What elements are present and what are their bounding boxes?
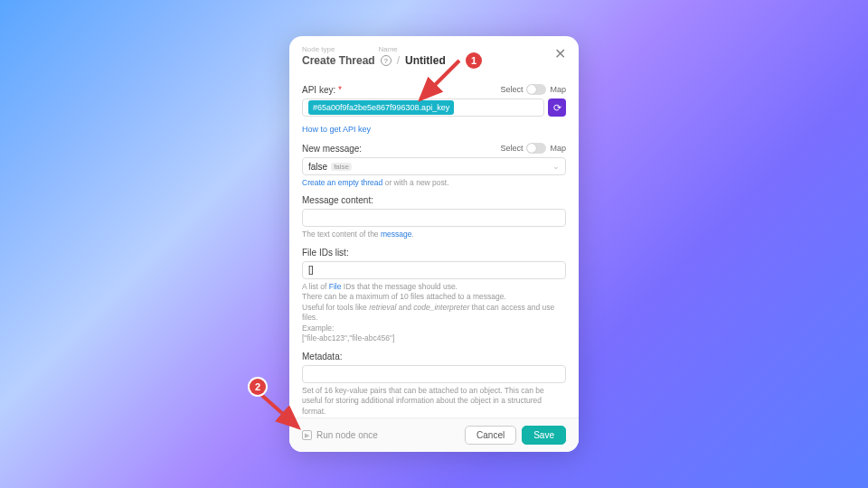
node-name[interactable]: Untitled [405,54,446,67]
metadata-input[interactable] [302,365,566,383]
run-node-once-button[interactable]: ▶ Run node once [302,430,378,440]
new-message-label: New message: [302,144,362,154]
node-type: Create Thread [302,54,375,67]
close-icon[interactable]: ✕ [554,47,566,61]
node-settings-modal: Node type Name Create Thread ? / Untitle… [289,36,579,452]
crumb-label-type: Node type [302,45,335,53]
map-toggle-api-key: Select Map [500,84,566,95]
run-once-label: Run node once [316,430,378,440]
toggle-api-key[interactable] [526,84,546,95]
api-key-row: API key: * Select Map [302,84,566,95]
file-ids-label: File IDs list: [302,248,566,258]
refresh-button[interactable]: ⟳ [548,99,566,117]
file-ids-input[interactable]: [] [302,261,566,279]
map-toggle-new-message: Select Map [500,143,566,154]
chevron-down-icon: ⌄ [552,162,560,171]
metadata-label: Metadata: [302,352,566,361]
help-icon[interactable]: ? [381,55,392,66]
api-key-token[interactable]: #65a00f9fa2be5e867f996308.api_key [308,100,454,115]
required-mark: * [338,85,342,95]
message-link[interactable]: message [381,230,412,239]
file-ids-value: [] [308,265,314,275]
footer-buttons: Cancel Save [465,426,566,445]
toggle-new-message[interactable] [526,143,546,154]
api-key-input[interactable]: #65a00f9fa2be5e867f996308.api_key [302,99,544,117]
breadcrumb: Create Thread ? / Untitled [302,54,566,67]
api-key-input-row: #65a00f9fa2be5e867f996308.api_key ⟳ [302,99,566,117]
new-message-select[interactable]: false false ⌄ [302,157,566,175]
file-link[interactable]: File [329,282,342,291]
cancel-button[interactable]: Cancel [465,426,516,445]
crumb-label-name: Name [378,45,397,53]
new-message-value: false [308,162,327,172]
modal-body: API key: * Select Map #65a00f9fa2be5e867… [289,75,579,418]
modal-footer: ▶ Run node once Cancel Save [289,418,579,452]
breadcrumb-sep: / [397,54,400,67]
modal-header: Node type Name Create Thread ? / Untitle… [289,36,579,75]
annotation-badge-2: 2 [250,379,266,395]
new-message-hint: Create an empty thread or with a new pos… [302,178,566,188]
breadcrumb-labels: Node type Name [302,45,566,53]
save-button[interactable]: Save [522,426,566,445]
message-content-label: Message content: [302,195,566,205]
howto-api-key-link[interactable]: How to get API key [302,125,371,134]
api-key-label: API key: * [302,85,342,95]
new-message-row: New message: Select Map [302,143,566,154]
message-content-hint: The text content of the message. [302,230,566,239]
message-content-input[interactable] [302,209,566,227]
play-icon: ▶ [302,430,312,440]
create-empty-thread-link[interactable]: Create an empty thread [302,178,382,187]
background: Node type Name Create Thread ? / Untitle… [0,0,868,488]
new-message-pill: false [331,163,352,171]
metadata-hint: Set of 16 key-value pairs that can be at… [302,386,566,418]
file-ids-hint: A list of File IDs that the message shou… [302,282,566,344]
refresh-icon: ⟳ [553,102,561,114]
